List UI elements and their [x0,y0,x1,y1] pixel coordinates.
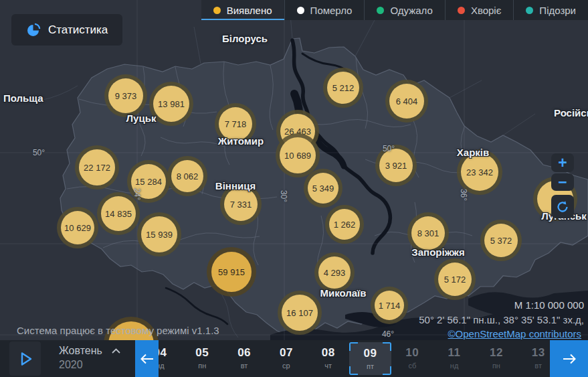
day-of-week: пт [349,362,391,370]
statistics-button[interactable]: Статистика [11,14,122,46]
prev-days-button[interactable] [135,340,159,377]
city-label: Запоріжжя [411,246,464,258]
graticule-label: 24° [132,188,142,200]
graticule-label: 46° [382,329,394,339]
case-bubble[interactable]: 1 262 [329,209,360,240]
city-label: Миколаїв [320,287,366,299]
graticule-label: 50° [383,144,395,153]
status-dot-icon [377,7,384,14]
day-number: 09 [349,347,391,360]
tab-label: Виявлено [227,5,272,16]
map-scale: М 1:10 000 000 [514,299,584,311]
case-bubble[interactable]: 5 172 [438,262,472,296]
case-bubble[interactable]: 9 373 [108,78,143,113]
case-bubble[interactable]: 13 981 [153,86,189,122]
day-number: 10 [391,346,433,360]
day-cell-08[interactable]: 08чт [307,340,349,377]
day-of-week: пн [475,362,517,370]
tab-Одужало[interactable]: Одужало [364,0,444,20]
test-mode-notice: Система працює в тестовому режимі v1.1.3 [17,325,219,336]
day-cell-11[interactable]: 11нд [433,340,476,377]
tab-Хворіє[interactable]: Хворіє [445,0,513,20]
day-of-week: пн [181,362,223,370]
city-label: Житомир [218,135,264,147]
city-label: Вінниця [215,180,256,192]
day-of-week: ср [265,362,307,370]
play-icon [17,350,34,368]
day-of-week: вт [223,362,266,370]
day-cell-05[interactable]: 05пн [181,340,223,377]
day-number: 12 [475,346,517,360]
case-bubble[interactable]: 16 107 [282,295,318,331]
status-dot-icon [526,7,533,14]
graticule-label: 36° [459,189,468,201]
status-dot-icon [297,7,304,14]
tab-label: Одужало [390,5,432,16]
chevron-up-icon [112,348,120,354]
tab-label: Померло [310,5,353,16]
day-of-week: сб [391,362,433,370]
graticule-label: 50° [33,148,45,157]
pie-chart-icon [26,23,41,37]
zoom-in-button[interactable]: + [551,153,574,172]
month-selector[interactable]: Жовтень 2020 [59,345,120,371]
case-bubble[interactable]: 3 921 [379,149,413,182]
case-bubble[interactable]: 10 629 [61,211,94,244]
tab-Виявлено[interactable]: Виявлено [201,0,284,20]
tab-Померло[interactable]: Померло [284,0,365,20]
day-cell-07[interactable]: 07ср [265,340,307,377]
case-bubble[interactable]: 8 062 [171,160,203,192]
day-cell-09[interactable]: 09пт [349,342,391,375]
arrow-left-icon [140,354,155,364]
status-dot-icon [213,7,221,14]
next-days-button[interactable] [550,340,588,377]
day-cell-10[interactable]: 10сб [391,340,433,377]
tab-label: Підозри [539,5,576,16]
case-bubble[interactable]: 59 915 [211,252,252,292]
case-bubble[interactable]: 22 172 [79,149,115,185]
plus-icon: + [558,154,567,172]
arrow-right-icon [562,354,577,364]
country-label: Російськ [554,107,588,119]
case-bubble[interactable]: 5 212 [327,72,359,104]
status-dot-icon [458,7,465,14]
day-number: 05 [181,346,223,360]
day-number: 07 [265,346,307,360]
day-number: 06 [223,346,266,360]
city-label: Луцьк [126,112,157,124]
country-label: Польща [3,92,43,104]
day-number: 08 [307,346,349,360]
month-label: Жовтень [59,345,102,357]
case-bubble[interactable]: 5 372 [484,224,518,257]
day-of-week: нд [433,362,476,370]
cursor-coordinates: 50° 2' 56.1" пн.ш., 38° 35' 53.1" зх.д, [419,314,584,325]
zoom-out-button[interactable]: − [551,173,574,191]
day-cell-06[interactable]: 06вт [223,340,266,377]
case-bubble[interactable]: 1 714 [375,291,404,320]
case-bubble[interactable]: 7 331 [224,187,258,221]
case-bubble[interactable]: 5 349 [308,173,338,204]
osm-attribution-link[interactable]: ©OpenStreetMap contributors [448,328,581,340]
case-bubble[interactable]: 4 293 [318,256,351,289]
refresh-button[interactable] [551,195,574,218]
day-cell-12[interactable]: 12пн [475,340,517,377]
city-label: Харків [457,147,489,158]
play-button[interactable] [9,342,41,376]
app-window: 9 37313 9817 71826 46310 6895 2126 4043 … [0,0,588,377]
case-bubble[interactable]: 23 342 [461,153,498,191]
timeline-bar: Жовтень 2020 04нд05пн06вт07ср08чт09пт10с… [0,340,588,377]
year-label: 2020 [59,359,120,371]
case-bubble[interactable]: 10 689 [280,137,316,173]
case-bubble[interactable]: 8 301 [411,216,445,250]
case-bubble[interactable]: 15 939 [141,216,177,252]
case-bubble[interactable]: 14 835 [101,196,136,231]
country-label: Білорусь [222,33,268,44]
graticule-label: 30° [279,190,288,202]
tab-Підозри[interactable]: Підозри [513,0,588,20]
case-bubble[interactable]: 6 404 [389,84,424,119]
layer-tabs: ВиявленоПомерлоОдужалоХворієПідозри [201,0,588,20]
statistics-label: Статистика [48,23,108,37]
refresh-icon [556,200,569,214]
day-number: 11 [433,346,476,360]
day-of-week: чт [307,362,349,370]
